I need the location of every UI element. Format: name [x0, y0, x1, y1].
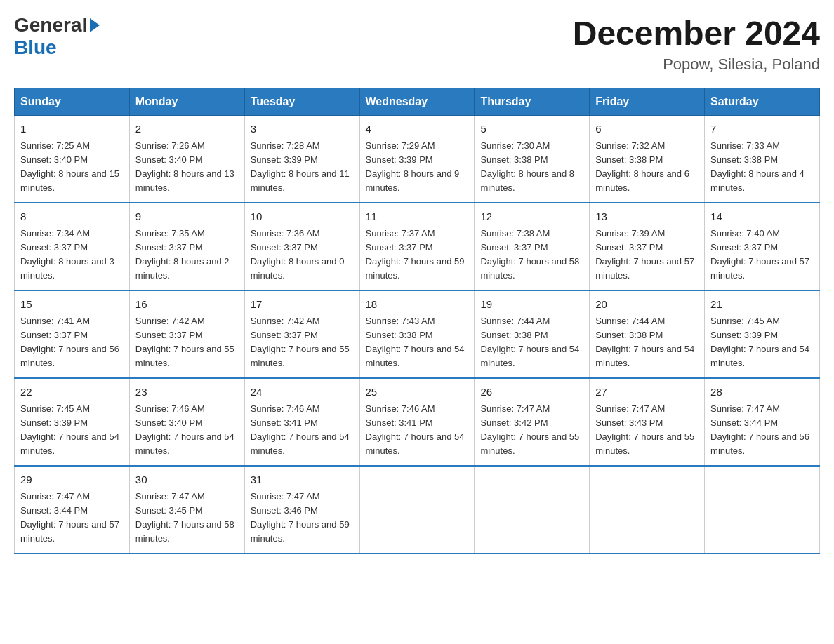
day-number: 10 — [251, 209, 354, 225]
day-number: 2 — [135, 121, 239, 137]
table-cell — [705, 466, 820, 554]
day-info: Sunrise: 7:28 AMSunset: 3:39 PMDaylight:… — [251, 139, 354, 196]
table-cell: 15Sunrise: 7:41 AMSunset: 3:37 PMDayligh… — [15, 290, 130, 378]
day-info: Sunrise: 7:47 AMSunset: 3:44 PMDaylight:… — [20, 490, 124, 546]
day-info: Sunrise: 7:47 AMSunset: 3:42 PMDaylight:… — [480, 402, 583, 459]
day-number: 15 — [20, 297, 124, 313]
day-info: Sunrise: 7:45 AMSunset: 3:39 PMDaylight:… — [20, 402, 124, 459]
day-number: 16 — [135, 297, 239, 313]
day-info: Sunrise: 7:47 AMSunset: 3:44 PMDaylight:… — [710, 402, 814, 459]
page-header: General Blue December 2024 Popow, Silesi… — [14, 14, 820, 74]
day-number: 1 — [20, 121, 124, 137]
day-info: Sunrise: 7:41 AMSunset: 3:37 PMDaylight:… — [20, 314, 124, 371]
table-cell: 9Sunrise: 7:35 AMSunset: 3:37 PMDaylight… — [129, 203, 244, 290]
day-info: Sunrise: 7:25 AMSunset: 3:40 PMDaylight:… — [20, 139, 124, 196]
calendar-week-row: 22Sunrise: 7:45 AMSunset: 3:39 PMDayligh… — [15, 378, 820, 466]
day-number: 11 — [366, 209, 469, 225]
calendar-subtitle: Popow, Silesia, Poland — [573, 55, 820, 74]
day-number: 6 — [595, 121, 699, 137]
day-number: 5 — [480, 121, 583, 137]
table-cell: 28Sunrise: 7:47 AMSunset: 3:44 PMDayligh… — [705, 378, 820, 466]
day-info: Sunrise: 7:38 AMSunset: 3:37 PMDaylight:… — [480, 227, 583, 283]
day-info: Sunrise: 7:32 AMSunset: 3:38 PMDaylight:… — [595, 139, 699, 196]
table-cell: 30Sunrise: 7:47 AMSunset: 3:45 PMDayligh… — [129, 466, 244, 554]
table-cell — [590, 466, 705, 554]
day-number: 3 — [251, 121, 354, 137]
col-friday: Friday — [590, 88, 705, 116]
day-info: Sunrise: 7:34 AMSunset: 3:37 PMDaylight:… — [20, 227, 124, 283]
col-saturday: Saturday — [705, 88, 820, 116]
calendar-week-row: 8Sunrise: 7:34 AMSunset: 3:37 PMDaylight… — [15, 203, 820, 290]
table-cell: 25Sunrise: 7:46 AMSunset: 3:41 PMDayligh… — [359, 378, 475, 466]
table-cell: 12Sunrise: 7:38 AMSunset: 3:37 PMDayligh… — [475, 203, 590, 290]
table-cell: 20Sunrise: 7:44 AMSunset: 3:38 PMDayligh… — [590, 290, 705, 378]
day-info: Sunrise: 7:46 AMSunset: 3:41 PMDaylight:… — [366, 402, 469, 459]
table-cell: 23Sunrise: 7:46 AMSunset: 3:40 PMDayligh… — [129, 378, 244, 466]
day-info: Sunrise: 7:36 AMSunset: 3:37 PMDaylight:… — [251, 227, 354, 283]
day-number: 26 — [480, 384, 583, 401]
title-section: December 2024 Popow, Silesia, Poland — [573, 14, 820, 74]
col-monday: Monday — [129, 88, 244, 116]
day-info: Sunrise: 7:46 AMSunset: 3:41 PMDaylight:… — [251, 402, 354, 459]
logo-arrow-icon — [90, 18, 100, 32]
table-cell: 18Sunrise: 7:43 AMSunset: 3:38 PMDayligh… — [359, 290, 475, 378]
table-cell: 11Sunrise: 7:37 AMSunset: 3:37 PMDayligh… — [359, 203, 475, 290]
day-info: Sunrise: 7:42 AMSunset: 3:37 PMDaylight:… — [135, 314, 239, 371]
table-cell: 17Sunrise: 7:42 AMSunset: 3:37 PMDayligh… — [244, 290, 359, 378]
col-wednesday: Wednesday — [359, 88, 475, 116]
table-cell: 16Sunrise: 7:42 AMSunset: 3:37 PMDayligh… — [129, 290, 244, 378]
table-cell: 27Sunrise: 7:47 AMSunset: 3:43 PMDayligh… — [590, 378, 705, 466]
day-info: Sunrise: 7:29 AMSunset: 3:39 PMDaylight:… — [366, 139, 469, 196]
table-cell: 10Sunrise: 7:36 AMSunset: 3:37 PMDayligh… — [244, 203, 359, 290]
day-number: 25 — [366, 384, 469, 401]
day-info: Sunrise: 7:26 AMSunset: 3:40 PMDaylight:… — [135, 139, 239, 196]
col-sunday: Sunday — [15, 88, 130, 116]
day-number: 31 — [251, 472, 354, 488]
day-number: 7 — [710, 121, 814, 137]
day-number: 13 — [595, 209, 699, 225]
day-number: 8 — [20, 209, 124, 225]
table-cell: 3Sunrise: 7:28 AMSunset: 3:39 PMDaylight… — [244, 116, 359, 203]
day-info: Sunrise: 7:39 AMSunset: 3:37 PMDaylight:… — [595, 227, 699, 283]
table-cell: 22Sunrise: 7:45 AMSunset: 3:39 PMDayligh… — [15, 378, 130, 466]
day-number: 27 — [595, 384, 699, 401]
table-cell: 31Sunrise: 7:47 AMSunset: 3:46 PMDayligh… — [244, 466, 359, 554]
logo-blue-text: Blue — [14, 36, 57, 58]
day-number: 29 — [20, 472, 124, 488]
day-info: Sunrise: 7:40 AMSunset: 3:37 PMDaylight:… — [710, 227, 814, 283]
table-cell: 7Sunrise: 7:33 AMSunset: 3:38 PMDaylight… — [705, 116, 820, 203]
day-info: Sunrise: 7:30 AMSunset: 3:38 PMDaylight:… — [480, 139, 583, 196]
day-info: Sunrise: 7:45 AMSunset: 3:39 PMDaylight:… — [710, 314, 814, 371]
table-cell: 21Sunrise: 7:45 AMSunset: 3:39 PMDayligh… — [705, 290, 820, 378]
calendar-table: Sunday Monday Tuesday Wednesday Thursday… — [14, 88, 820, 554]
day-info: Sunrise: 7:37 AMSunset: 3:37 PMDaylight:… — [366, 227, 469, 283]
day-number: 12 — [480, 209, 583, 225]
day-number: 24 — [251, 384, 354, 401]
calendar-week-row: 29Sunrise: 7:47 AMSunset: 3:44 PMDayligh… — [15, 466, 820, 554]
table-cell: 8Sunrise: 7:34 AMSunset: 3:37 PMDaylight… — [15, 203, 130, 290]
day-info: Sunrise: 7:46 AMSunset: 3:40 PMDaylight:… — [135, 402, 239, 459]
day-number: 19 — [480, 297, 583, 313]
day-info: Sunrise: 7:47 AMSunset: 3:43 PMDaylight:… — [595, 402, 699, 459]
table-cell: 29Sunrise: 7:47 AMSunset: 3:44 PMDayligh… — [15, 466, 130, 554]
calendar-week-row: 1Sunrise: 7:25 AMSunset: 3:40 PMDaylight… — [15, 116, 820, 203]
day-number: 28 — [710, 384, 814, 401]
day-info: Sunrise: 7:44 AMSunset: 3:38 PMDaylight:… — [480, 314, 583, 371]
table-cell: 6Sunrise: 7:32 AMSunset: 3:38 PMDaylight… — [590, 116, 705, 203]
calendar-body: 1Sunrise: 7:25 AMSunset: 3:40 PMDaylight… — [15, 116, 820, 554]
col-tuesday: Tuesday — [244, 88, 359, 116]
table-cell: 13Sunrise: 7:39 AMSunset: 3:37 PMDayligh… — [590, 203, 705, 290]
table-cell: 4Sunrise: 7:29 AMSunset: 3:39 PMDaylight… — [359, 116, 475, 203]
header-row: Sunday Monday Tuesday Wednesday Thursday… — [15, 88, 820, 116]
day-number: 18 — [366, 297, 469, 313]
calendar-title: December 2024 — [573, 14, 820, 53]
table-cell: 14Sunrise: 7:40 AMSunset: 3:37 PMDayligh… — [705, 203, 820, 290]
day-info: Sunrise: 7:44 AMSunset: 3:38 PMDaylight:… — [595, 314, 699, 371]
table-cell: 24Sunrise: 7:46 AMSunset: 3:41 PMDayligh… — [244, 378, 359, 466]
day-info: Sunrise: 7:42 AMSunset: 3:37 PMDaylight:… — [251, 314, 354, 371]
calendar-week-row: 15Sunrise: 7:41 AMSunset: 3:37 PMDayligh… — [15, 290, 820, 378]
day-number: 30 — [135, 472, 239, 488]
day-info: Sunrise: 7:43 AMSunset: 3:38 PMDaylight:… — [366, 314, 469, 371]
day-number: 23 — [135, 384, 239, 401]
table-cell — [359, 466, 475, 554]
